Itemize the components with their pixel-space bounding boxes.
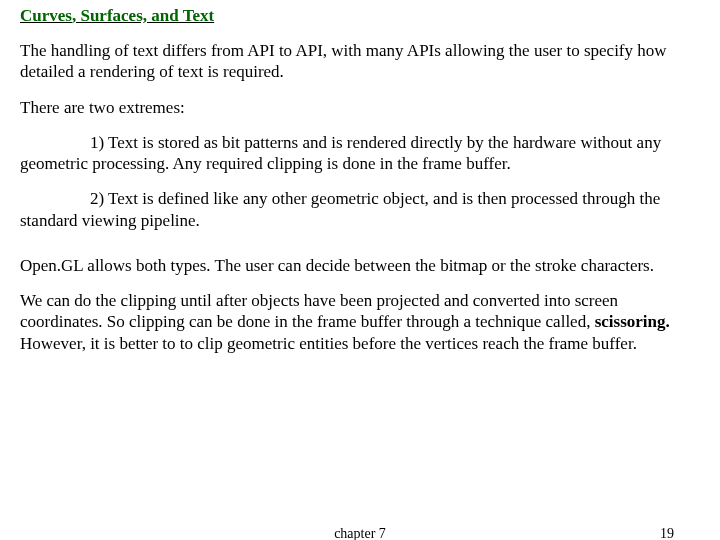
para-clipping: We can do the clipping until after objec…: [20, 290, 700, 354]
para-opengl: Open.GL allows both types. The user can …: [20, 255, 700, 276]
heading-rest: , Surfaces, and Text: [72, 6, 214, 25]
para-extreme-1: 1) Text is stored as bit patterns and is…: [20, 132, 700, 175]
para-extreme-2: 2) Text is defined like any other geomet…: [20, 188, 700, 231]
heading-word-curves: Curves: [20, 6, 72, 25]
footer-page-number: 19: [660, 526, 674, 540]
clipping-text-c: However, it is better to to clip geometr…: [20, 334, 637, 353]
para-intro: The handling of text differs from API to…: [20, 40, 700, 83]
clipping-text-a: We can do the clipping until after objec…: [20, 291, 618, 331]
slide-heading: Curves, Surfaces, and Text: [20, 6, 700, 26]
spacer: [20, 245, 700, 255]
para-extremes: There are two extremes:: [20, 97, 700, 118]
scissoring-term: scissoring.: [595, 312, 670, 331]
slide-page: Curves, Surfaces, and Text The handling …: [0, 0, 720, 540]
footer-chapter: chapter 7: [0, 526, 720, 540]
